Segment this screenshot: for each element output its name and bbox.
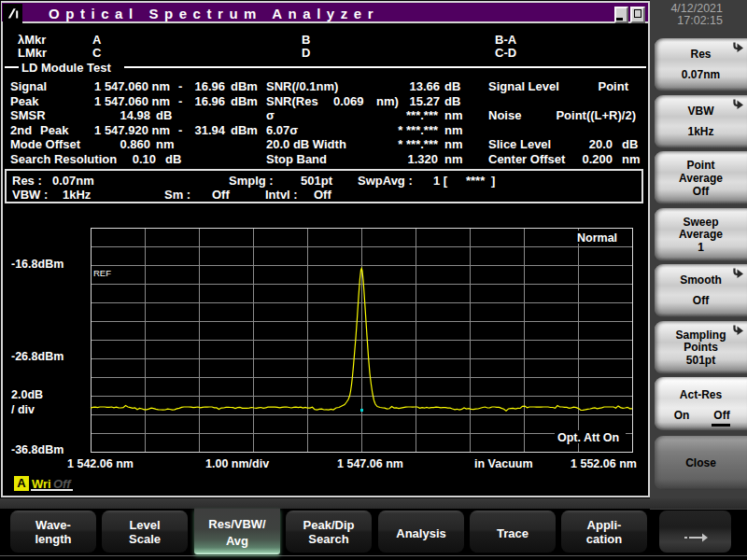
svg-text:Normal: Normal	[577, 231, 617, 245]
svg-text:REF: REF	[93, 268, 111, 278]
svg-text:Opt. Att On: Opt. Att On	[557, 431, 619, 444]
